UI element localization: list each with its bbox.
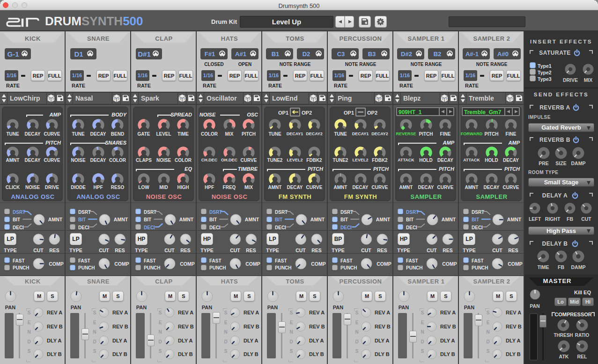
svg-text:?: ? (445, 97, 447, 101)
svg-text:?: ? (442, 97, 443, 101)
svg-text:?: ? (380, 97, 382, 101)
svg-text:?: ? (114, 97, 116, 101)
svg-text:?: ? (118, 97, 119, 101)
svg-text:?: ? (245, 97, 247, 101)
svg-text:?: ? (183, 97, 185, 101)
svg-text:?: ? (179, 97, 181, 101)
svg-text:?: ? (310, 97, 312, 101)
svg-text:?: ? (52, 97, 54, 101)
svg-text:?: ? (314, 97, 316, 101)
svg-text:?: ? (507, 97, 509, 101)
svg-text:?: ? (48, 97, 50, 101)
svg-text:?: ? (511, 97, 513, 101)
svg-text:?: ? (376, 97, 378, 101)
svg-text:?: ? (249, 97, 251, 101)
